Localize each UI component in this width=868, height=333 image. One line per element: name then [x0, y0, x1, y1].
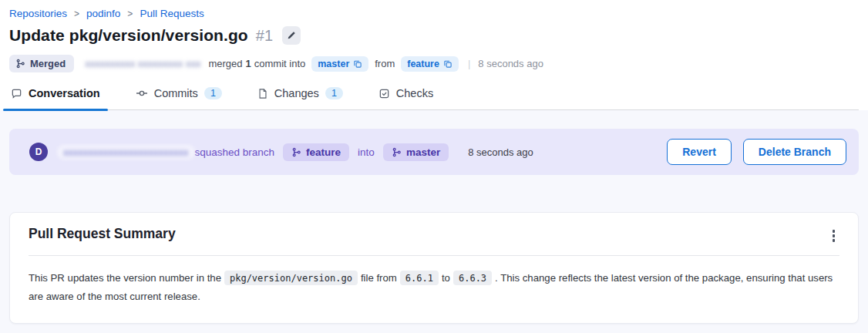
target-branch-label: master — [318, 59, 349, 69]
merge-banner: D xxxxxxxxxxxxxxxxxxxxxxxxx squashed bra… — [9, 129, 859, 175]
merge-text: merged — [208, 58, 242, 69]
source-branch-pill[interactable]: feature — [401, 56, 459, 72]
page-title: Update pkg/version/version.go — [9, 26, 248, 45]
merge-text: commit into — [254, 58, 305, 69]
breadcrumb-repositories[interactable]: Repositories — [9, 8, 67, 19]
merged-by-redacted: xxxxxxxxxx xxxxxxxxx xxx — [85, 58, 200, 69]
revert-button[interactable]: Revert — [667, 139, 732, 165]
banner-target-branch-pill[interactable]: master — [383, 143, 449, 161]
branch-icon — [392, 147, 402, 157]
tab-label: Commits — [154, 87, 198, 99]
banner-source-branch-label: feature — [306, 146, 341, 158]
edit-title-button[interactable] — [282, 26, 301, 45]
tab-commits[interactable]: Commits 1 — [136, 87, 222, 109]
commit-count: 1 — [246, 58, 251, 69]
branch-icon — [291, 147, 301, 157]
breadcrumb-separator: > — [74, 8, 79, 19]
copy-icon[interactable] — [353, 59, 362, 69]
summary-text: to — [442, 272, 450, 284]
from-label: from — [375, 58, 395, 69]
banner-timestamp: 8 seconds ago — [468, 146, 533, 158]
tab-label: Conversation — [29, 87, 100, 99]
tab-count-badge: 1 — [204, 87, 222, 99]
summary-card: Pull Request Summary This PR updates the… — [9, 212, 859, 324]
status-badge: Merged — [9, 55, 74, 72]
breadcrumb-pull-requests[interactable]: Pull Requests — [140, 8, 204, 19]
tab-label: Checks — [396, 87, 433, 99]
breadcrumb-separator: > — [127, 8, 133, 19]
breadcrumb: Repositories > podinfo > Pull Requests — [9, 8, 859, 19]
avatar: D — [29, 143, 48, 161]
pull-request-page: Repositories > podinfo > Pull Requests U… — [0, 0, 868, 324]
kebab-menu-button[interactable] — [828, 227, 840, 245]
source-branch-label: feature — [407, 59, 439, 69]
summary-card-title: Pull Request Summary — [29, 226, 176, 242]
merge-timestamp: 8 seconds ago — [478, 58, 543, 69]
banner-into-label: into — [358, 146, 375, 158]
kebab-dot — [833, 239, 836, 242]
pr-number: #1 — [256, 27, 273, 45]
target-branch-pill[interactable]: master — [311, 56, 368, 72]
tab-conversation[interactable]: Conversation — [11, 87, 100, 109]
merge-icon — [15, 59, 25, 69]
banner-source-branch-pill[interactable]: feature — [283, 143, 349, 161]
summary-card-header: Pull Request Summary — [29, 226, 839, 245]
file-icon — [257, 88, 268, 99]
banner-action-text: squashed branch — [195, 146, 275, 158]
tab-checks[interactable]: Checks — [378, 87, 433, 109]
checklist-icon — [378, 88, 390, 99]
pr-meta-row: Merged xxxxxxxxxx xxxxxxxxx xxx merged 1… — [9, 55, 859, 72]
divider: | — [468, 58, 470, 69]
banner-target-branch-label: master — [406, 146, 440, 158]
commit-icon — [136, 87, 148, 99]
actor-redacted: xxxxxxxxxxxxxxxxxxxxxxxxx — [57, 145, 195, 160]
title-row: Update pkg/version/version.go #1 — [9, 26, 859, 45]
tab-count-badge: 1 — [325, 87, 343, 99]
summary-text: This PR updates the version number in th… — [29, 272, 221, 284]
summary-text: file from — [361, 272, 397, 284]
code-chip-filepath: pkg/version/version.go — [224, 271, 358, 285]
card-divider — [29, 255, 839, 256]
code-chip-old-version: 6.6.1 — [400, 271, 439, 285]
code-chip-new-version: 6.6.3 — [453, 271, 492, 285]
kebab-dot — [833, 230, 836, 233]
tab-label: Changes — [274, 87, 319, 99]
copy-icon[interactable] — [443, 59, 453, 69]
breadcrumb-podinfo[interactable]: podinfo — [86, 8, 120, 19]
delete-branch-button[interactable]: Delete Branch — [743, 139, 846, 165]
status-badge-label: Merged — [30, 58, 66, 69]
speech-bubble-icon — [11, 88, 22, 99]
summary-body: This PR updates the version number in th… — [29, 269, 839, 306]
pr-header: Repositories > podinfo > Pull Requests U… — [0, 0, 868, 110]
tab-changes[interactable]: Changes 1 — [257, 87, 343, 109]
pencil-icon — [287, 31, 296, 40]
kebab-dot — [833, 234, 836, 237]
tab-bar: Conversation Commits 1 Changes 1 — [9, 87, 859, 110]
